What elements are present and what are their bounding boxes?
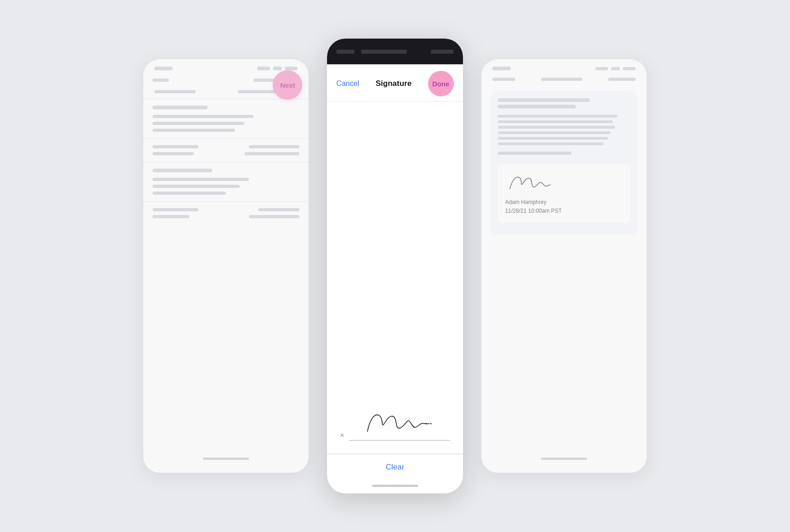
section-1-row-3 <box>152 129 299 132</box>
doc-card: Adam Hamphrey 11/28/21 10:00am PST <box>491 91 638 235</box>
section-2-row-1 <box>152 145 299 148</box>
doc-body-2 <box>498 120 613 123</box>
left-header: Next <box>143 74 309 88</box>
notch-pill-3 <box>431 50 454 54</box>
section-1-row-2 <box>152 122 299 125</box>
section-3-heading <box>152 169 212 172</box>
section-3-row-2 <box>152 185 299 188</box>
doc-footer <box>498 152 571 155</box>
sig-bottom: Clear <box>327 453 463 493</box>
signature-canvas[interactable]: × <box>327 102 463 453</box>
meta-left <box>154 90 196 93</box>
section-4-row-2 <box>152 215 299 218</box>
signature-title: Signature <box>376 79 412 88</box>
phone-center: Cancel Signature Done × <box>327 39 463 493</box>
doc-body-5 <box>498 137 608 140</box>
section-3-row-3 <box>152 192 299 195</box>
section-1-row-1 <box>152 115 299 118</box>
scene: Next <box>0 0 790 532</box>
section-2 <box>143 138 309 162</box>
signer-name: Adam Hamphrey <box>505 198 623 207</box>
doc-body-1 <box>498 115 617 118</box>
section-2-row-2 <box>152 152 299 155</box>
r-status-m1 <box>595 67 608 70</box>
r-bottom-indicator <box>541 458 587 460</box>
section-1-heading <box>152 106 208 109</box>
result-sig-svg <box>505 171 560 194</box>
section-4-row-1 <box>152 208 299 211</box>
status-right <box>285 67 298 70</box>
signature-nav: Cancel Signature Done <box>327 64 463 102</box>
notch-pill-2 <box>361 50 407 54</box>
phone-right: Adam Hamphrey 11/28/21 10:00am PST <box>481 59 647 473</box>
r-status-m2 <box>611 67 620 70</box>
signature-drawing-area: × <box>340 406 450 442</box>
doc-heading-1 <box>498 98 590 102</box>
r-status-right <box>623 67 636 70</box>
header-placeholder-1 <box>152 79 169 82</box>
section-3 <box>143 162 309 201</box>
r-status-left <box>492 67 511 70</box>
status-mid2 <box>273 67 282 70</box>
clear-button[interactable]: Clear <box>386 463 405 472</box>
cancel-button[interactable]: Cancel <box>336 79 359 88</box>
section-1 <box>143 99 309 138</box>
r-header-center <box>541 78 582 81</box>
notch-pill-1 <box>336 50 355 54</box>
r-header-right <box>608 78 636 81</box>
next-button[interactable]: Next <box>273 70 302 100</box>
sig-result: Adam Hamphrey 11/28/21 10:00am PST <box>498 164 630 223</box>
status-left <box>154 67 173 70</box>
center-bottom-indicator <box>327 480 463 493</box>
r-header-left <box>492 78 515 81</box>
signature-svg <box>349 406 450 438</box>
sig-line <box>349 406 450 441</box>
phone-left: Next <box>143 59 309 473</box>
sig-x-mark: × <box>340 431 344 440</box>
svg-point-0 <box>430 423 431 424</box>
signer-date: 11/28/21 10:00am PST <box>505 207 623 215</box>
bottom-indicator <box>203 458 249 460</box>
doc-heading-2 <box>498 105 576 108</box>
doc-body-4 <box>498 131 610 134</box>
status-mid <box>257 67 270 70</box>
clear-bar: Clear <box>327 454 463 480</box>
doc-body-6 <box>498 142 604 145</box>
doc-body-3 <box>498 126 615 129</box>
done-button[interactable]: Done <box>428 71 454 96</box>
section-3-row-1 <box>152 178 299 181</box>
center-bottom-pill <box>372 485 418 487</box>
section-4 <box>143 201 309 225</box>
center-notch <box>327 39 463 64</box>
